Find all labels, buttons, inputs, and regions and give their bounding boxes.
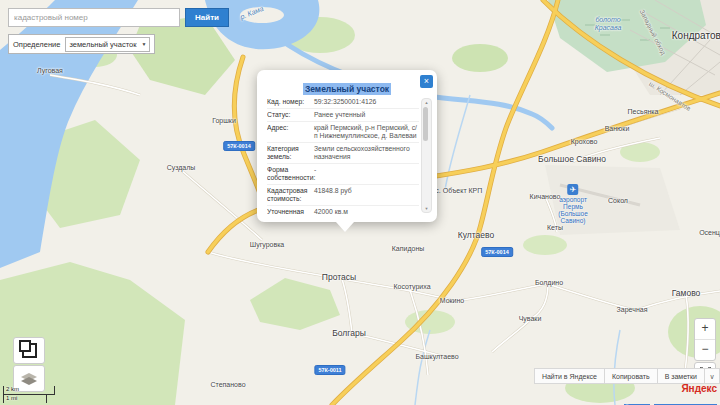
scrollbar-thumb[interactable] — [423, 107, 428, 141]
field-value: 59:32:3250001:4126 — [311, 98, 419, 106]
field-label: Уточненная площадь: — [267, 208, 311, 214]
field-label: Категория земель: — [267, 145, 311, 161]
popup-scrollbar[interactable]: ▲ ▼ — [421, 98, 432, 213]
scroll-down-icon[interactable]: ▼ — [422, 206, 431, 211]
zoom-out-button[interactable]: − — [695, 340, 715, 360]
chevron-down-icon[interactable]: ∨ — [704, 368, 720, 384]
field-value: Земли сельскохозяйственного назначения — [311, 145, 419, 161]
branding: Яндекс © ЯндексУсловия использования — [620, 384, 717, 405]
layers-icon — [21, 373, 37, 385]
parcel-popup: Земельный участок × Кад. номер:59:32:325… — [257, 70, 437, 222]
scale-km: 2 km — [3, 386, 55, 395]
field-row: Кадастровая стоимость:41848.8 руб — [267, 185, 419, 206]
field-row: Кад. номер:59:32:3250001:4126 — [267, 96, 419, 109]
field-value: край Пермский, р-н Пермский, с/п Нижнему… — [311, 124, 419, 140]
field-label: Форма собственности: — [267, 166, 311, 182]
zoom-in-button[interactable]: + — [695, 319, 715, 340]
field-label: Адрес: — [267, 124, 311, 140]
area-select-icon — [22, 343, 37, 358]
scale-bar: 2 km 1 mi — [3, 386, 55, 403]
toolbar-item[interactable]: Найти в Яндексе — [534, 368, 604, 384]
scale-mi: 1 mi — [3, 395, 47, 403]
field-row: Категория земель:Земли сельскохозяйствен… — [267, 143, 419, 164]
definition-label: Определение — [13, 40, 60, 49]
area-select-button[interactable] — [13, 337, 45, 364]
popup-pointer — [336, 222, 354, 232]
scroll-up-icon[interactable]: ▲ — [422, 100, 431, 105]
field-row: Уточненная площадь:42000 кв.м — [267, 206, 419, 214]
definition-select[interactable]: земельный участок ▼ — [65, 37, 150, 52]
field-label: Статус: — [267, 111, 311, 119]
toolbar-item[interactable]: В заметки — [657, 368, 704, 384]
branding-links: © ЯндексУсловия использования — [620, 395, 717, 405]
field-value: - — [311, 166, 419, 182]
zoom-control: + − — [694, 318, 716, 361]
chevron-down-icon: ▼ — [142, 41, 147, 47]
cadastral-number-input[interactable] — [8, 8, 180, 27]
field-label: Кадастровая стоимость: — [267, 187, 311, 203]
close-icon[interactable]: × — [420, 75, 433, 88]
field-value: 42000 кв.м — [311, 208, 419, 214]
definition-value: земельный участок — [69, 40, 136, 49]
popup-fields: Кад. номер:59:32:3250001:4126Статус:Ране… — [267, 96, 419, 214]
definition-row: Определение земельный участок ▼ — [8, 34, 155, 54]
yandex-logo: Яндекс — [620, 384, 717, 394]
map-stage: ЛуговаяГоршкиСуздалыШугуровкаПротасыКосо… — [0, 0, 720, 405]
context-toolbar: Найти в ЯндексеКопироватьВ заметки∨ — [534, 368, 720, 384]
field-row: Форма собственности:- — [267, 164, 419, 185]
toolbar-item[interactable]: Копировать — [604, 368, 657, 384]
search-bar: Найти — [8, 8, 229, 27]
field-row: Статус:Ранее учтенный — [267, 109, 419, 122]
field-value: 41848.8 руб — [311, 187, 419, 203]
find-button[interactable]: Найти — [185, 8, 229, 27]
popup-title: Земельный участок — [303, 83, 391, 95]
field-value: Ранее учтенный — [311, 111, 419, 119]
field-row: Адрес:край Пермский, р-н Пермский, с/п Н… — [267, 122, 419, 143]
field-label: Кад. номер: — [267, 98, 311, 106]
